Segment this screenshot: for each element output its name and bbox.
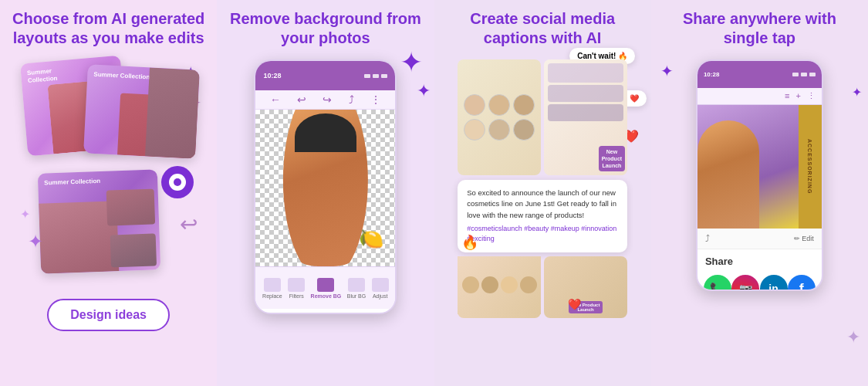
edit-button[interactable]: ✏ Edit <box>794 235 814 242</box>
instagram-button[interactable]: 📷 <box>731 275 759 291</box>
product-label: NewProductLaunch <box>599 146 625 171</box>
design-ideas-button[interactable]: Design ideas <box>47 299 170 331</box>
swirl-arrow: ↩ <box>180 212 198 237</box>
share-label: Share <box>697 249 822 271</box>
star-deco-1: ✦ <box>660 62 674 80</box>
share-add-icon[interactable]: + <box>795 91 800 101</box>
phone-mockup-4: 10:28 ≡ + ⋮ ACCESSORIZING ⤴ ✏ Edit <box>696 59 823 291</box>
person-cutout <box>279 110 372 266</box>
remove-bg-btn[interactable]: Remove BG <box>311 278 342 299</box>
section-4-title: Share anywhere with single tap <box>659 9 860 48</box>
sparkle-icon-2: ✦ <box>20 207 30 222</box>
facebook-button[interactable]: f <box>788 275 816 291</box>
phone-header-2: 10:28 <box>255 61 395 90</box>
phone-mockup-2: 10:28 ← ↩ ↪ ⤴ ⋮ 🍋 <box>254 59 397 314</box>
redo-icon[interactable]: ↪ <box>323 93 332 106</box>
replace-btn[interactable]: Replace <box>262 278 282 299</box>
phone-toolbar: Replace Filters Remove BG Blur BG Adjust <box>255 266 395 309</box>
section-2-title: Remove background from your photos <box>225 9 426 48</box>
section-remove-bg: Remove background from your photos ✦ ✦ 1… <box>217 0 434 386</box>
social-bottom-preview: New ProductLaunch <box>458 256 627 318</box>
undo-icon[interactable]: ↩ <box>297 93 306 106</box>
accessorizing-text: ACCESSORIZING <box>807 139 812 194</box>
star-deco-3: ✦ <box>846 327 860 347</box>
share-edit-bar: ⤴ ✏ Edit <box>697 229 822 249</box>
heart-bottom: ❤️ <box>568 298 581 310</box>
ai-circle-button[interactable] <box>161 166 194 198</box>
fire-icon-1: 🔥 <box>461 234 478 251</box>
share-icon[interactable]: ⤴ <box>349 93 354 106</box>
lemon-emoji: 🍋 <box>359 227 383 251</box>
adjust-btn[interactable]: Adjust <box>372 278 389 299</box>
woman-silhouette <box>697 120 759 229</box>
share-main-image: ACCESSORIZING <box>697 105 822 229</box>
sparkle-sm-icon: ✦ <box>417 81 431 101</box>
share-phone-header: 10:28 <box>697 61 822 88</box>
product-image: NewProductLaunch <box>544 59 627 175</box>
share-nav-row: ≡ + ⋮ <box>697 88 822 105</box>
section-ai-layouts: Choose from AI generated layouts as you … <box>0 0 217 386</box>
share-filter-icon[interactable]: ≡ <box>785 91 789 101</box>
caption-bubble: So excited to announce the launch of our… <box>458 180 627 252</box>
cosmetics-image <box>458 59 541 175</box>
section-1-title: Choose from AI generated layouts as you … <box>8 9 209 48</box>
section-3-title: Create social media captions with AI <box>442 9 643 48</box>
blur-bg-btn[interactable]: Blur BG <box>347 278 366 299</box>
bottom-cosmetics-img <box>458 256 541 318</box>
bottom-product-img: New ProductLaunch <box>544 256 627 318</box>
caption-hashtags: #cosmeticslaunch #beauty #makeup #innova… <box>467 224 618 245</box>
layout-card-2: Summer Collection <box>83 64 200 158</box>
share-more-icon[interactable]: ⋮ <box>807 91 816 101</box>
text-strip: ACCESSORIZING <box>799 105 822 229</box>
social-top-images: NewProductLaunch <box>458 59 627 175</box>
back-icon[interactable]: ← <box>270 93 281 106</box>
share-buttons-row: 📞 📷 in f <box>697 271 822 291</box>
hat-shape <box>295 113 356 152</box>
layout-cards-area: ✦ ✦ ✦ SummerCollection Summer Collection… <box>16 59 201 291</box>
phone-nav-bar: ← ↩ ↪ ⤴ ⋮ <box>255 90 395 110</box>
more-icon[interactable]: ⋮ <box>370 93 381 106</box>
phone-content-area: 🍋 <box>255 110 395 266</box>
caption-text: So excited to announce the launch of our… <box>467 188 618 221</box>
section-captions: Create social media captions with AI Can… <box>434 0 651 386</box>
filters-btn[interactable]: Filters <box>288 278 305 299</box>
star-deco-2: ✦ <box>852 85 862 100</box>
section-share: Share anywhere with single tap ✦ ✦ ✦ 10:… <box>651 0 868 386</box>
layout-card-3: Summer Collection <box>37 169 160 273</box>
sparkle-icon-4: ✦ <box>28 231 43 252</box>
sparkle-big-icon: ✦ <box>400 46 423 79</box>
share-icon-bar[interactable]: ⤴ <box>705 233 710 244</box>
linkedin-button[interactable]: in <box>760 275 788 291</box>
social-preview-area: Can't wait! 🔥 Love it! ❤️ ❤️ ❤️ <box>458 59 627 314</box>
whatsapp-button[interactable]: 📞 <box>704 275 731 291</box>
